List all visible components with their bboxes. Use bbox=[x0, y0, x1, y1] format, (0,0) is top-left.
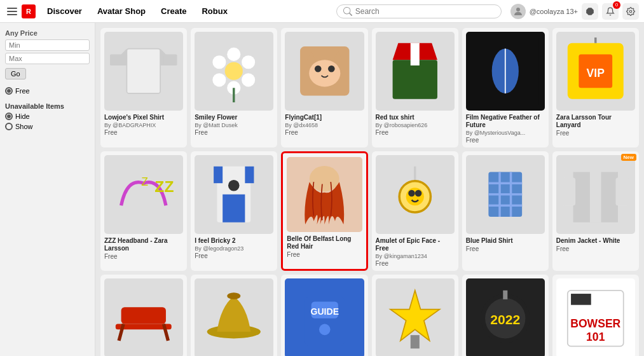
show-radio-item[interactable]: Show bbox=[5, 123, 90, 130]
price-go-button[interactable]: Go bbox=[5, 68, 26, 79]
svg-point-10 bbox=[242, 55, 256, 69]
svg-point-14 bbox=[213, 55, 226, 69]
item-creator: By @kingaman1234 bbox=[376, 253, 455, 259]
search-bar[interactable] bbox=[336, 4, 502, 18]
item-thumbnail: 2022 bbox=[466, 278, 545, 356]
item-thumbnail bbox=[195, 32, 273, 111]
item-name: Smiley Flower bbox=[195, 114, 273, 121]
item-card-15[interactable]: GUIDE Guide's Backpack Offsale bbox=[281, 275, 367, 356]
search-icon bbox=[343, 7, 352, 16]
svg-point-66 bbox=[319, 324, 331, 335]
item-card-13[interactable]: Winter Sled Offsale bbox=[100, 275, 187, 356]
logo-letter: R bbox=[26, 8, 31, 15]
notifications-icon-btn[interactable]: 0 bbox=[602, 3, 619, 20]
item-card-6[interactable]: VIP Zara Larsson Tour Lanyard Free bbox=[552, 28, 639, 147]
free-radio-item[interactable]: Free bbox=[5, 87, 90, 95]
item-card-8[interactable]: I feel Bricky 2 By @legodragon23 Free bbox=[191, 151, 277, 271]
svg-point-17 bbox=[309, 60, 340, 86]
avatar-icon[interactable] bbox=[510, 4, 526, 19]
show-radio-label: Show bbox=[15, 123, 33, 130]
item-price: Free bbox=[285, 129, 364, 136]
item-creator: By @robosapien626 bbox=[376, 122, 455, 128]
item-card-7[interactable]: ZZZ ZZZ Headband - Zara Larsson Free bbox=[100, 151, 187, 271]
settings-icon-btn[interactable] bbox=[622, 3, 639, 20]
free-filter-section: Free bbox=[5, 87, 90, 95]
svg-rect-7 bbox=[164, 55, 177, 66]
topnav-right-section: @coolayza 13+ 0 bbox=[510, 3, 639, 20]
nav-create[interactable]: Create bbox=[154, 6, 193, 16]
svg-point-38 bbox=[228, 180, 240, 191]
item-price: Free bbox=[556, 245, 635, 252]
nav-avatar-shop[interactable]: Avatar Shop bbox=[91, 6, 152, 16]
item-thumbnail bbox=[376, 32, 455, 111]
svg-text:GUIDE: GUIDE bbox=[310, 306, 339, 317]
unavailable-filter-section: Unavailable Items Hide Show bbox=[5, 102, 90, 130]
item-thumbnail: ZZZ bbox=[104, 155, 183, 234]
svg-point-18 bbox=[315, 65, 322, 72]
item-card-4[interactable]: Red tux shirt By @robosapien626 Free bbox=[372, 28, 458, 147]
roblox-logo[interactable]: R bbox=[22, 4, 36, 18]
svg-point-62 bbox=[228, 292, 241, 299]
unavailable-label: Unavailable Items bbox=[5, 102, 90, 110]
price-range-inputs bbox=[5, 39, 90, 64]
price-min-input[interactable] bbox=[5, 39, 90, 51]
item-name: Belle Of Belfast Long Red Hair bbox=[287, 235, 362, 250]
item-name: Denim Jacket - White bbox=[556, 237, 635, 245]
svg-point-2 bbox=[629, 10, 632, 13]
free-radio-label: Free bbox=[15, 87, 30, 95]
item-name: Red tux shirt bbox=[376, 114, 455, 121]
search-input[interactable] bbox=[355, 7, 495, 16]
item-name: I feel Bricky 2 bbox=[195, 237, 273, 245]
item-name: FlyingCat[1] bbox=[285, 114, 364, 121]
item-price: Free bbox=[104, 129, 183, 136]
item-thumbnail bbox=[376, 155, 455, 234]
svg-point-13 bbox=[213, 74, 226, 87]
svg-text:Z: Z bbox=[142, 175, 149, 188]
hide-radio-item[interactable]: Hide bbox=[5, 113, 90, 120]
item-card-1[interactable]: Lowjoe's Pixel Shirt By @BADGRAPHIX Free bbox=[100, 28, 187, 147]
item-price: Free bbox=[195, 129, 273, 136]
svg-rect-68 bbox=[411, 335, 420, 348]
item-thumbnail: VIP bbox=[556, 32, 635, 111]
menu-icon[interactable] bbox=[5, 4, 19, 18]
item-thumbnail bbox=[285, 32, 364, 111]
show-radio-dot bbox=[5, 123, 13, 130]
item-card-12[interactable]: New Denim Jacket - White Free bbox=[552, 151, 639, 271]
item-card-5[interactable]: Film Negative Feather of Future By @Myst… bbox=[462, 28, 549, 147]
svg-point-8 bbox=[225, 62, 243, 80]
robux-icon-btn[interactable] bbox=[582, 3, 598, 20]
item-card-17[interactable]: 2022 2022 New Year's Countdown Hat Offsa… bbox=[462, 275, 549, 356]
item-creator: By @MysteriousVaga... bbox=[466, 130, 545, 136]
nav-discover[interactable]: Discover bbox=[41, 6, 88, 16]
item-thumbnail bbox=[287, 157, 362, 232]
svg-point-0 bbox=[516, 8, 520, 11]
item-thumbnail bbox=[466, 155, 545, 234]
svg-text:101: 101 bbox=[586, 331, 605, 343]
item-card-14[interactable]: Guppus the Amazing - Hat Offsale bbox=[191, 275, 277, 356]
item-price: Free bbox=[287, 251, 362, 258]
item-card-10[interactable]: Amulet of Epic Face - Free By @kingaman1… bbox=[372, 151, 458, 271]
item-card-11[interactable]: Blue Plaid Shirt Free bbox=[462, 151, 549, 271]
nav-robux[interactable]: Robux bbox=[195, 6, 233, 16]
item-creator: By @Matt Dusek bbox=[195, 122, 273, 128]
items-grid: Lowjoe's Pixel Shirt By @BADGRAPHIX Free… bbox=[100, 28, 639, 356]
item-card-2[interactable]: Smiley Flower By @Matt Dusek Free bbox=[191, 28, 277, 147]
svg-text:ZZ: ZZ bbox=[155, 179, 174, 196]
item-name: Lowjoe's Pixel Shirt bbox=[104, 114, 183, 121]
item-thumbnail bbox=[195, 278, 273, 356]
item-creator: By @BADGRAPHIX bbox=[104, 122, 183, 128]
item-card-16[interactable]: 2022 New Year's Celebration Hat Offsale bbox=[372, 275, 458, 356]
svg-text:BOWSER: BOWSER bbox=[570, 317, 620, 329]
item-card-3[interactable]: FlyingCat[1] By @dx4658 Free bbox=[281, 28, 367, 147]
svg-point-40 bbox=[310, 166, 339, 191]
item-card-9[interactable]: Belle Of Belfast Long Red Hair Free bbox=[281, 151, 367, 271]
svg-rect-57 bbox=[121, 307, 166, 324]
price-max-input[interactable] bbox=[5, 53, 90, 64]
item-price: Free bbox=[195, 252, 273, 259]
item-thumbnail bbox=[104, 32, 183, 111]
svg-rect-56 bbox=[616, 178, 629, 206]
items-content: Lowjoe's Pixel Shirt By @BADGRAPHIX Free… bbox=[95, 23, 644, 356]
item-card-18[interactable]: BOWSER101 Bowser 101!.bmp By @Bowser101 … bbox=[552, 275, 639, 356]
item-thumbnail bbox=[104, 278, 183, 356]
username-label: @coolayza 13+ bbox=[530, 8, 578, 15]
